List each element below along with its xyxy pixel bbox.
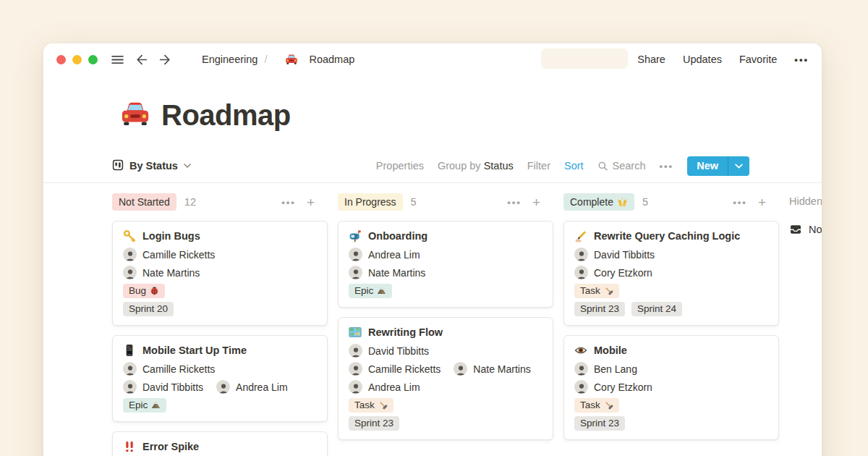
view-name: By Status [129,160,178,172]
avatar [574,380,588,394]
menu-icon[interactable] [111,53,124,67]
tag-sprint: Sprint 23 [574,416,625,431]
tag-epic: Epic [123,398,166,413]
person: Camille Ricketts [349,362,441,376]
person: Ben Lang [574,362,637,376]
page-title: Roadmap [120,98,291,132]
filter-button[interactable]: Filter [527,160,550,172]
toolbar-controls: Properties Group by Status Filter Sort S… [376,156,749,176]
forward-arrow-icon[interactable] [158,53,172,67]
person: Cory Etzkorn [574,380,652,394]
more-options-icon[interactable]: ••• [794,54,809,65]
car-icon [120,98,150,132]
card-rewrite-query-caching-logic[interactable]: Rewrite Query Caching Logic David Tibbit… [563,221,779,326]
person-name: David Tibbitts [594,249,655,261]
tag-bug: Bug [123,284,165,298]
card-title: Onboarding [368,230,427,242]
column-more-icon[interactable]: ••• [281,197,296,208]
avatar [123,266,137,279]
avatar [216,380,230,394]
person: David Tibbitts [349,344,429,358]
tray-icon [789,223,802,236]
hidden-group-label[interactable]: Hidden [789,195,822,207]
breadcrumb-workspace[interactable]: Engineering [202,54,258,65]
new-button-chevron[interactable] [728,156,749,176]
mobile-phone-icon [123,344,136,357]
card-mobile-start-up-time[interactable]: Mobile Start Up Time Camille Ricketts Da… [112,335,328,422]
view-switcher[interactable]: By Status [112,159,191,173]
column-add-icon[interactable]: + [758,195,766,209]
column-more-icon[interactable]: ••• [507,197,522,208]
column-hidden: Hidden No [789,190,822,456]
person-name: Nate Martins [473,363,530,375]
person: Nate Martins [123,266,200,279]
person: David Tibbitts [574,248,655,261]
column-count: 5 [642,196,648,208]
avatar [349,248,362,261]
person-name: Ben Lang [594,363,637,375]
world-map-icon [349,326,362,339]
avatar [574,248,588,261]
new-button-label: New [687,156,728,176]
zoom-window-button[interactable] [88,55,98,64]
car-icon [273,53,303,66]
person-name: Camille Ricketts [142,363,215,375]
column-actions: ••• + [733,195,775,209]
status-badge: Complete [563,193,634,211]
minimize-window-button[interactable] [72,55,82,64]
board-view-icon [112,159,124,173]
updates-button[interactable]: Updates [683,54,722,65]
group-by-button[interactable]: Group by Status [438,160,514,172]
favorite-button[interactable]: Favorite [739,54,777,65]
column-more-icon[interactable]: ••• [733,197,747,208]
sort-button[interactable]: Sort [564,160,584,172]
column-count: 5 [411,196,417,208]
hammer-icon [378,400,388,410]
column-header: In Progress 5 ••• + [338,193,549,211]
hidden-group-item[interactable]: No [789,223,822,236]
person-name: Andrea Lim [236,381,288,393]
topbar-actions: Share Updates Favorite ••• [637,54,809,65]
card-title: Mobile [594,345,627,356]
eye-icon [574,344,587,357]
tag-sprint: Sprint 23 [349,416,399,431]
toolbar-more-icon[interactable]: ••• [660,161,674,172]
card-login-bugs[interactable]: Login Bugs Camille Ricketts Nate Martins… [112,221,328,326]
column-in-progress: In Progress 5 ••• + Onboarding Andrea Li… [338,190,553,456]
card-partial[interactable]: Error Spike [112,431,328,456]
card-title: Mobile Start Up Time [142,345,247,356]
robot-icon [184,53,197,66]
properties-button[interactable]: Properties [376,160,424,172]
person-name: Nate Martins [368,267,425,279]
card-title: Login Bugs [142,230,200,242]
card-mobile[interactable]: Mobile Ben Lang Cory Etzkorn Task Sprint… [563,335,779,440]
column-add-icon[interactable]: + [532,195,540,209]
kanban-board: Not Started 12 ••• + Login Bugs Camille … [43,190,822,456]
mountain-icon [377,286,386,295]
new-button[interactable]: New [687,156,749,176]
back-arrow-icon[interactable] [135,53,148,67]
page-title-text: Roadmap [161,99,291,132]
raised-hands-icon [617,197,628,208]
view-toolbar: By Status Properties Group by Status Fil… [112,153,749,178]
card-rewriting-flow[interactable]: Rewriting Flow David Tibbitts Camille Ri… [338,317,553,440]
tag-epic: Epic [349,284,392,298]
status-badge: In Progress [338,193,403,211]
share-button[interactable]: Share [637,54,665,65]
tag-sprint: Sprint 20 [123,302,174,316]
breadcrumb-page[interactable]: Roadmap [309,54,354,65]
person-name: Andrea Lim [368,381,420,393]
card-onboarding[interactable]: Onboarding Andrea Lim Nate Martins Epic [338,221,553,308]
group-by-label: Group by [438,160,484,172]
person: Nate Martins [454,362,530,376]
app-window: Engineering / Roadmap Share Updates Favo… [43,43,822,456]
search-button[interactable]: Search [597,160,646,172]
avatar [349,344,362,358]
mailbox-icon [349,229,362,242]
column-add-icon[interactable]: + [307,195,315,209]
person: Andrea Lim [349,248,420,261]
close-window-button[interactable] [56,55,66,64]
breadcrumb: Engineering / Roadmap [172,53,354,66]
avatar [574,266,588,279]
person-name: Camille Ricketts [142,249,215,261]
